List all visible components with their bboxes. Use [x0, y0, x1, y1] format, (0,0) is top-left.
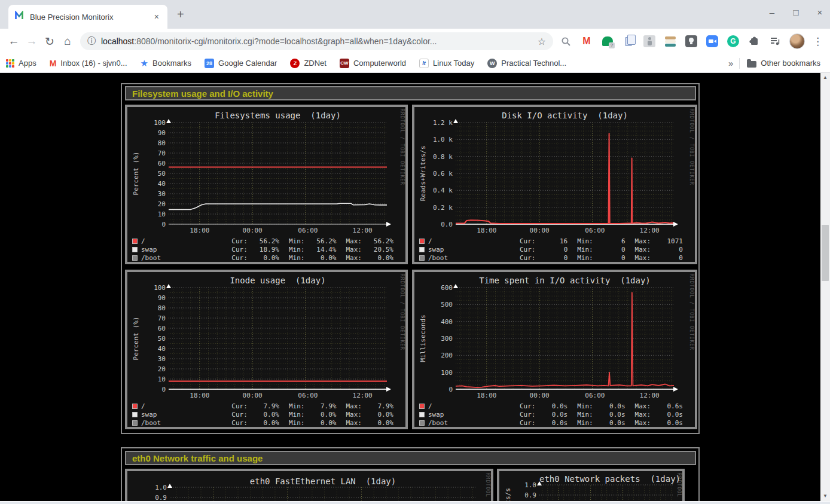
graph-panel-eth0-packets[interactable]: RRDTOOL / TOBI OETIKEReth0 Network packe…: [497, 469, 685, 501]
legend-stat-label: Cur:: [520, 237, 538, 245]
puzzle-extensions-icon[interactable]: [747, 35, 761, 48]
star-icon: ★: [141, 58, 148, 69]
grammarly-extension-icon[interactable]: G: [727, 35, 740, 48]
scrollbar-thumb[interactable]: [822, 225, 829, 281]
copy-pages-extension-icon[interactable]: [622, 35, 635, 48]
home-icon[interactable]: ⌂: [59, 35, 77, 48]
x-tick-label: 12:00: [344, 392, 380, 399]
graph-panel-filesystems-usage[interactable]: RRDTOOL / TOBI OETIKERFilesystems usage …: [125, 105, 408, 264]
legend-stat-label: Cur:: [231, 254, 250, 262]
tab-close-icon[interactable]: ×: [152, 12, 161, 22]
browser-tab[interactable]: Blue Precision Monitorix ×: [8, 5, 167, 29]
window-close-button[interactable]: ×: [816, 7, 824, 17]
legend-stat-label: Cur:: [520, 419, 538, 427]
y-tick-label: 500: [426, 301, 453, 308]
y-tick-label: 100: [139, 119, 166, 127]
y-axis-arrow-icon: [453, 284, 458, 288]
legend-series-name: swap: [141, 246, 231, 253]
browser-menu-icon[interactable]: ⋮: [813, 35, 823, 48]
legend-stat-label: Max:: [635, 246, 654, 253]
x-tick-label: 06:00: [577, 392, 613, 399]
search-extension-icon[interactable]: [559, 35, 572, 48]
legend-series-name: swap: [428, 411, 520, 419]
legend-stat-label: Cur:: [231, 246, 250, 253]
page-info-icon[interactable]: ⓘ: [87, 36, 96, 47]
chart-canvas: [127, 471, 491, 501]
legend-stat-value: 0.0%: [307, 411, 337, 419]
page-content: Filesystem usage and I/O activity RRDTOO…: [0, 73, 830, 501]
section-filesystem: Filesystem usage and I/O activity RRDTOO…: [121, 83, 700, 434]
y-tick-label: 400: [426, 318, 453, 326]
new-tab-button[interactable]: +: [177, 10, 184, 19]
legend-stat-value: 0.0s: [596, 402, 625, 410]
scrollbar-up-icon[interactable]: ▲: [820, 73, 830, 83]
legend-stat-value: 0.0%: [307, 419, 337, 427]
legend-stat-value: 1071: [654, 237, 683, 245]
graph-panel-disk-io[interactable]: RRDTOOL / TOBI OETIKERDisk I/O activity …: [412, 105, 697, 264]
bookmark-apps[interactable]: Apps: [6, 59, 36, 68]
legend-stat-label: Max:: [346, 402, 364, 410]
legend-row: /bootCur:0Min:0Max:0: [419, 253, 692, 262]
legend-stat-value: 0.0s: [596, 411, 625, 419]
legend-stat-value: 0.0%: [250, 419, 279, 427]
forward-icon[interactable]: →: [23, 35, 41, 48]
profile-avatar[interactable]: [789, 33, 805, 49]
other-bookmarks-button[interactable]: Other bookmarks: [747, 59, 820, 68]
legend-stat-value: 0: [654, 246, 683, 253]
playlist-extension-icon[interactable]: [768, 35, 782, 48]
legend-stat-label: Max:: [635, 411, 654, 419]
bookmark-bookmarks[interactable]: ★ Bookmarks: [141, 58, 191, 69]
google-voice-extension-icon[interactable]: ?: [601, 35, 614, 48]
back-icon[interactable]: ←: [5, 35, 23, 48]
y-tick-label: 0: [426, 386, 453, 393]
graph-panel-io-time[interactable]: RRDTOOL / TOBI OETIKERTime spent in I/O …: [412, 270, 697, 429]
series-swap: [169, 203, 387, 209]
legend-stat-value: 0.6s: [654, 402, 683, 410]
legend-swatch: [419, 404, 425, 409]
graph-panel-eth0-traffic[interactable]: RRDTOOL / TOBI OETIKEReth0 FastEthernet …: [125, 469, 493, 501]
graph-panel-inode-usage[interactable]: RRDTOOL / TOBI OETIKERInode usage (1day)…: [125, 270, 408, 429]
bookmark-computerworld[interactable]: CW Computerworld: [340, 59, 406, 68]
zoom-extension-icon[interactable]: [706, 35, 719, 48]
vertical-scrollbar[interactable]: ▲ ▼: [820, 73, 830, 501]
legend-stat-value: 0.0%: [364, 411, 393, 419]
legend-series-name: /: [428, 237, 520, 245]
legend-stat-label: Cur:: [520, 254, 538, 262]
bookmarks-divider: [739, 58, 740, 69]
legend-row: swapCur:18.9%Min:14.4%Max:20.5%: [132, 245, 403, 253]
person-extension-icon[interactable]: [643, 35, 656, 48]
legend-series-name: /boot: [141, 419, 231, 427]
lightbulb-extension-icon[interactable]: [685, 35, 698, 48]
bookmark-zdnet[interactable]: Z ZDNet: [290, 59, 326, 68]
address-bar[interactable]: ⓘ localhost:8080/monitorix-cgi/monitorix…: [80, 32, 553, 50]
bookmark-linux-today[interactable]: lt Linux Today: [419, 59, 474, 68]
legend-series-name: /: [141, 237, 231, 245]
bookmark-star-icon[interactable]: ☆: [538, 36, 546, 47]
legend-swatch: [132, 420, 138, 426]
y-tick-label: 1.0: [141, 484, 167, 491]
stack-extension-icon[interactable]: [664, 35, 677, 48]
url-text[interactable]: localhost:8080/monitorix-cgi/monitorix.c…: [101, 36, 533, 46]
bookmarks-bar: Apps M Inbox (16) - sjvn0... ★ Bookmarks…: [0, 54, 830, 73]
legend-swatch: [419, 412, 425, 417]
window-maximize-button[interactable]: □: [792, 7, 800, 17]
legend-row: /bootCur:0.0%Min:0.0%Max:0.0%: [132, 419, 403, 427]
legend-series-name: /boot: [428, 419, 520, 427]
legend-stat-label: Min:: [577, 402, 596, 410]
apps-grid-icon: [6, 59, 14, 68]
y-axis-arrow-icon: [453, 119, 458, 123]
legend-swatch: [419, 239, 425, 244]
window-minimize-button[interactable]: –: [768, 7, 776, 17]
bookmarks-overflow-chevron[interactable]: »: [728, 58, 733, 68]
legend-stat-label: Min:: [289, 237, 307, 245]
bookmark-practical-technology[interactable]: W Practical Technol...: [487, 59, 566, 68]
bookmark-google-calendar[interactable]: 28 Google Calendar: [205, 59, 277, 68]
linux-today-icon: lt: [419, 59, 429, 68]
series-root: [456, 293, 674, 388]
scrollbar-down-icon[interactable]: ▼: [820, 491, 830, 501]
bookmark-inbox[interactable]: M Inbox (16) - sjvn0...: [50, 59, 127, 68]
legend-stat-value: 7.9%: [250, 402, 279, 410]
gmail-extension-icon[interactable]: M: [580, 35, 593, 48]
legend-swatch: [132, 247, 138, 252]
reload-icon[interactable]: ↻: [41, 35, 59, 48]
